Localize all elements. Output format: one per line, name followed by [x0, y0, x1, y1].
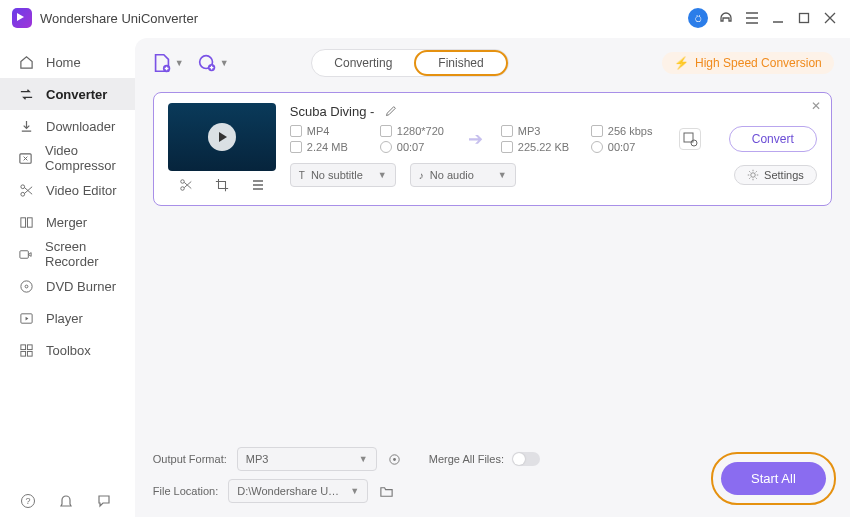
app-logo — [12, 8, 32, 28]
arrow-icon: ➔ — [468, 128, 483, 150]
help-icon[interactable]: ? — [20, 493, 36, 509]
sidebar-item-label: Screen Recorder — [45, 239, 117, 269]
size-icon — [501, 141, 513, 153]
video-thumbnail[interactable] — [168, 103, 276, 171]
svg-point-2 — [20, 184, 24, 188]
sidebar-item-recorder[interactable]: Screen Recorder — [0, 238, 135, 270]
sidebar: Home Converter Downloader Video Compress… — [0, 36, 135, 523]
tab-converting[interactable]: Converting — [312, 50, 414, 76]
sidebar-item-label: Merger — [46, 215, 87, 230]
close-icon[interactable]: ✕ — [811, 99, 821, 113]
edit-icon[interactable] — [382, 103, 398, 119]
svg-rect-4 — [20, 217, 25, 226]
svg-point-8 — [25, 285, 28, 288]
compressor-icon — [18, 150, 33, 166]
sidebar-item-downloader[interactable]: Downloader — [0, 110, 135, 142]
start-all-button[interactable]: Start All — [721, 462, 826, 495]
tab-finished[interactable]: Finished — [414, 50, 507, 76]
minimize-icon[interactable] — [770, 10, 786, 26]
user-avatar[interactable]: ⍥ — [688, 8, 708, 28]
support-icon[interactable] — [718, 10, 734, 26]
gear-icon — [747, 169, 759, 181]
svg-rect-10 — [20, 344, 25, 349]
download-icon — [18, 118, 34, 134]
sidebar-item-compressor[interactable]: Video Compressor — [0, 142, 135, 174]
feedback-icon[interactable] — [96, 493, 112, 509]
disc-icon — [18, 278, 34, 294]
settings-button[interactable]: Settings — [734, 165, 817, 185]
sidebar-item-dvd[interactable]: DVD Burner — [0, 270, 135, 302]
duration-icon — [591, 141, 603, 153]
add-file-button[interactable]: ▼ — [151, 52, 184, 74]
play-icon — [18, 310, 34, 326]
effects-icon[interactable] — [250, 177, 266, 193]
maximize-icon[interactable] — [796, 10, 812, 26]
trim-icon[interactable] — [178, 177, 194, 193]
audio-select[interactable]: ♪ No audio▼ — [410, 163, 516, 187]
output-preset-button[interactable] — [679, 128, 701, 150]
merge-label: Merge All Files: — [429, 453, 504, 465]
svg-point-23 — [751, 173, 756, 178]
tab-group: Converting Finished — [311, 49, 508, 77]
source-specs: MP4 1280*720 2.24 MB 00:07 — [290, 125, 450, 153]
merger-icon — [18, 214, 34, 230]
sidebar-item-player[interactable]: Player — [0, 302, 135, 334]
sidebar-item-label: Home — [46, 55, 81, 70]
merge-toggle[interactable] — [512, 452, 540, 466]
sidebar-item-home[interactable]: Home — [0, 46, 135, 78]
sidebar-item-label: Converter — [46, 87, 107, 102]
sidebar-item-label: Player — [46, 311, 83, 326]
svg-point-19 — [181, 180, 185, 184]
sidebar-item-label: Downloader — [46, 119, 115, 134]
lightning-icon: ⚡ — [674, 56, 689, 70]
crop-icon[interactable] — [214, 177, 230, 193]
play-icon — [208, 123, 236, 151]
recorder-icon — [18, 246, 33, 262]
sidebar-item-label: Video Editor — [46, 183, 117, 198]
svg-point-7 — [20, 280, 31, 291]
size-icon — [290, 141, 302, 153]
svg-point-20 — [181, 187, 185, 191]
bitrate-icon — [591, 125, 603, 137]
file-title: Scuba Diving - — [290, 104, 375, 119]
sidebar-item-editor[interactable]: Video Editor — [0, 174, 135, 206]
add-url-button[interactable]: ▼ — [196, 52, 229, 74]
sidebar-item-toolbox[interactable]: Toolbox — [0, 334, 135, 366]
menu-icon[interactable] — [744, 10, 760, 26]
subtitle-icon: T — [299, 170, 305, 181]
sidebar-item-merger[interactable]: Merger — [0, 206, 135, 238]
sidebar-item-label: Video Compressor — [45, 143, 117, 173]
output-format-label: Output Format: — [153, 453, 227, 465]
resolution-icon — [380, 125, 392, 137]
svg-rect-0 — [800, 14, 809, 23]
sidebar-item-converter[interactable]: Converter — [0, 78, 135, 110]
sidebar-item-label: Toolbox — [46, 343, 91, 358]
high-speed-toggle[interactable]: ⚡ High Speed Conversion — [662, 52, 834, 74]
file-location-select[interactable]: D:\Wondershare UniConverter▼ — [228, 479, 368, 503]
subtitle-select[interactable]: T No subtitle▼ — [290, 163, 396, 187]
svg-rect-12 — [20, 351, 25, 356]
duration-icon — [380, 141, 392, 153]
svg-rect-13 — [27, 351, 32, 356]
output-settings-icon[interactable] — [387, 451, 403, 467]
chevron-down-icon: ▼ — [175, 58, 184, 68]
convert-button[interactable]: Convert — [729, 126, 817, 152]
converter-icon — [18, 86, 34, 102]
open-folder-icon[interactable] — [378, 483, 394, 499]
file-location-label: File Location: — [153, 485, 218, 497]
app-title: Wondershare UniConverter — [40, 11, 198, 26]
home-icon — [18, 54, 34, 70]
output-format-select[interactable]: MP3▼ — [237, 447, 377, 471]
close-icon[interactable] — [822, 10, 838, 26]
svg-rect-6 — [20, 250, 28, 258]
toolbox-icon — [18, 342, 34, 358]
audio-icon: ♪ — [419, 170, 424, 181]
svg-point-22 — [691, 140, 697, 146]
sidebar-item-label: DVD Burner — [46, 279, 116, 294]
svg-rect-11 — [27, 344, 32, 349]
target-specs: MP3 256 kbps 225.22 KB 00:07 — [501, 125, 661, 153]
svg-rect-5 — [27, 217, 32, 226]
chevron-down-icon: ▼ — [220, 58, 229, 68]
format-icon — [290, 125, 302, 137]
bell-icon[interactable] — [58, 493, 74, 509]
